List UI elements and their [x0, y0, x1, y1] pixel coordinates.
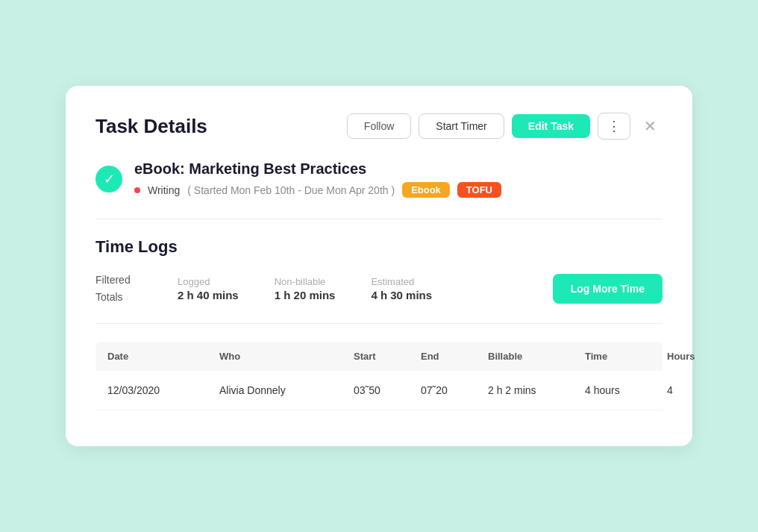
totals-label: Filtered Totals: [95, 272, 178, 305]
cell-end: 07˜20: [421, 384, 488, 396]
section-divider: [95, 219, 663, 219]
col-billable: Billable: [488, 351, 585, 362]
header: Task Details Follow Start Timer Edit Tas…: [95, 113, 663, 140]
col-hours: Hours: [667, 351, 727, 362]
cell-date: 12/03/2020: [107, 384, 219, 396]
close-button[interactable]: ✕: [638, 114, 663, 138]
col-who: Who: [219, 351, 354, 362]
header-actions: Follow Start Timer Edit Task ⋮ ✕: [347, 113, 663, 140]
cell-hours: 4: [667, 384, 727, 396]
table-row: 12/03/2020 Alivia Donnely 03˜50 07˜20 2 …: [95, 371, 663, 410]
task-name-area: eBook: Marketing Best Practices Writing …: [134, 160, 501, 198]
checkmark-icon: ✓: [104, 172, 115, 186]
edit-task-button[interactable]: Edit Task: [512, 114, 590, 138]
cell-who: Alivia Donnely: [219, 384, 354, 396]
table-header: Date Who Start End Billable Time Hours: [95, 342, 663, 371]
task-dates: ( Started Mon Feb 10th - Due Mon Apr 20t…: [187, 184, 395, 196]
col-time: Time: [585, 351, 667, 362]
time-logs-section: Time Logs Filtered Totals Logged 2 h 40 …: [95, 237, 663, 410]
estimated-total: Estimated 4 h 30 mins: [371, 276, 432, 301]
start-timer-button[interactable]: Start Timer: [419, 113, 504, 139]
nonbillable-label: Non-billable: [275, 276, 336, 287]
task-info: ✓ eBook: Marketing Best Practices Writin…: [95, 160, 663, 198]
logged-value: 2 h 40 mins: [178, 289, 239, 301]
log-more-time-button[interactable]: Log More Time: [553, 274, 663, 304]
cell-time: 4 hours: [585, 384, 667, 396]
more-icon: ⋮: [607, 119, 621, 134]
col-start: Start: [354, 351, 421, 362]
totals-group: Logged 2 h 40 mins Non-billable 1 h 20 m…: [178, 276, 553, 301]
table-divider: [95, 323, 663, 324]
close-icon: ✕: [644, 118, 657, 134]
col-end: End: [421, 351, 488, 362]
task-status-label: Writing: [148, 184, 180, 196]
time-logs-table: Date Who Start End Billable Time Hours 1…: [95, 342, 663, 410]
tag-tofu: TOFU: [457, 182, 501, 198]
logged-total: Logged 2 h 40 mins: [178, 276, 239, 301]
follow-button[interactable]: Follow: [347, 113, 411, 139]
page-title: Task Details: [95, 115, 207, 138]
task-complete-indicator: ✓: [95, 166, 122, 193]
time-logs-title: Time Logs: [95, 237, 663, 257]
task-details-card: Task Details Follow Start Timer Edit Tas…: [66, 86, 692, 446]
cell-start: 03˜50: [354, 384, 421, 396]
estimated-value: 4 h 30 mins: [371, 289, 432, 301]
logged-label: Logged: [178, 276, 239, 287]
more-options-button[interactable]: ⋮: [598, 113, 630, 140]
nonbillable-total: Non-billable 1 h 20 mins: [275, 276, 336, 301]
nonbillable-value: 1 h 20 mins: [275, 289, 336, 301]
status-dot: [134, 187, 140, 193]
cell-billable: 2 h 2 mins: [488, 384, 585, 396]
task-name: eBook: Marketing Best Practices: [134, 160, 501, 178]
tag-ebook: Ebook: [402, 182, 450, 198]
totals-row: Filtered Totals Logged 2 h 40 mins Non-b…: [95, 272, 663, 305]
task-meta: Writing ( Started Mon Feb 10th - Due Mon…: [134, 182, 501, 198]
col-date: Date: [107, 351, 219, 362]
estimated-label: Estimated: [371, 276, 432, 287]
